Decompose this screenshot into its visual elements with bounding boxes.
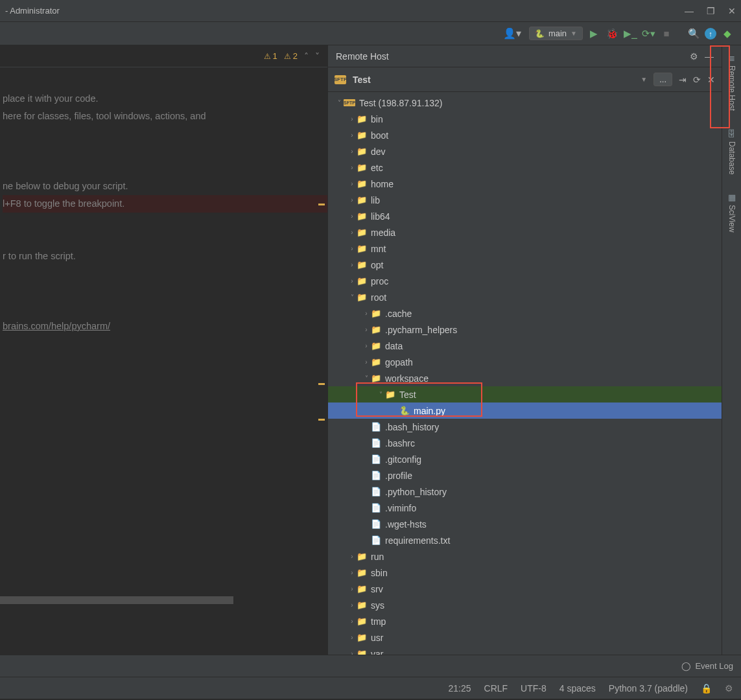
tree-label: .pycharm_helpers: [385, 325, 457, 335]
folder-icon: 📁: [357, 649, 367, 655]
warning-badge-1[interactable]: ⚠1: [264, 51, 277, 61]
chevron-down-icon: ˅: [335, 99, 344, 106]
user-icon[interactable]: 👤▾: [503, 27, 521, 40]
tree-folder[interactable]: ›📁media: [328, 224, 722, 240]
chevron-down-icon[interactable]: ▼: [641, 76, 647, 83]
warning-badge-2[interactable]: ⚠2: [284, 51, 298, 61]
tree-folder[interactable]: ›📁sys: [328, 597, 722, 613]
tree-file-requirements[interactable]: 📄 requirements.txt: [328, 532, 722, 548]
list-icon: ≣: [728, 53, 735, 63]
cursor-position[interactable]: 21:25: [448, 683, 471, 694]
folder-icon: 📁: [371, 341, 381, 351]
profile-button[interactable]: ⟳▾: [641, 28, 655, 40]
interpreter[interactable]: Python 3.7 (paddle): [609, 683, 688, 694]
tree-label: etc: [371, 163, 383, 173]
minimize-button[interactable]: —: [685, 6, 694, 16]
tree-folder[interactable]: ›📁lib: [328, 192, 722, 208]
event-log-button[interactable]: ◯ Event Log: [681, 661, 733, 671]
tree-folder[interactable]: ›📁lib64: [328, 208, 722, 224]
tree-folder[interactable]: ›📁bin: [328, 111, 722, 127]
gutter-mark: [318, 383, 325, 385]
gear-icon[interactable]: ⚙: [690, 51, 698, 62]
line-ending[interactable]: CRLF: [484, 683, 508, 694]
file-tree[interactable]: ˅ SFTP Test (198.87.91.132) ›📁bin›📁boot›…: [328, 92, 722, 655]
tab-remote-host[interactable]: ≣Remote Host: [726, 49, 738, 115]
tree-folder[interactable]: ›📁opt: [328, 257, 722, 273]
browse-button[interactable]: ...: [653, 73, 672, 86]
close-icon[interactable]: ✕: [707, 75, 715, 85]
tree-folder[interactable]: ›📁mnt: [328, 240, 722, 257]
indent[interactable]: 4 spaces: [559, 683, 596, 694]
tree-folder[interactable]: ›📁srv: [328, 581, 722, 597]
code-url[interactable]: brains.com/help/pycharm/: [3, 321, 110, 331]
tree-label: run: [371, 552, 384, 562]
space-button[interactable]: ◆: [720, 28, 735, 40]
tree-folder[interactable]: ›📁tmp: [328, 613, 722, 629]
close-button[interactable]: ✕: [728, 6, 736, 16]
tree-file[interactable]: 📄.bashrc: [328, 435, 722, 451]
chevron-right-icon: ›: [347, 601, 357, 609]
refresh-icon[interactable]: ⟳: [693, 75, 701, 85]
nav-down[interactable]: ˅: [315, 51, 320, 62]
run-config-name: main: [548, 29, 567, 38]
folder-icon: 📁: [371, 309, 381, 318]
collapse-icon[interactable]: ⇥: [679, 75, 687, 85]
tree-folder[interactable]: ›📁.pycharm_helpers: [328, 321, 722, 338]
debug-button[interactable]: 🐞: [605, 28, 619, 40]
tree-label: bin: [371, 114, 383, 124]
tree-file[interactable]: 📄.gitconfig: [328, 451, 722, 467]
tree-folder[interactable]: ›📁run: [328, 548, 722, 565]
tree-folder-workspace[interactable]: ˅ 📁 workspace: [328, 370, 722, 386]
search-button[interactable]: 🔍: [687, 28, 701, 40]
file-icon: 📄: [371, 438, 381, 448]
sftp-icon: SFTP: [344, 99, 355, 106]
tree-folder[interactable]: ›📁proc: [328, 273, 722, 289]
run-button[interactable]: ▶: [587, 28, 601, 40]
warning-icon: ⚠: [264, 52, 271, 61]
upload-button[interactable]: ↑: [705, 28, 716, 40]
tree-folder[interactable]: ›📁usr: [328, 629, 722, 646]
code-editor[interactable]: place it with your code. here for classe…: [0, 67, 327, 353]
lock-icon[interactable]: 🔒: [701, 683, 712, 694]
tree-file[interactable]: 📄.profile: [328, 467, 722, 484]
tree-folder[interactable]: ›📁.cache: [328, 305, 722, 321]
tree-file[interactable]: 📄.python_history: [328, 484, 722, 500]
tree-label: .python_history: [385, 487, 447, 497]
tool-icon[interactable]: ⚙: [725, 683, 733, 694]
tree-label: data: [385, 341, 403, 351]
tree-folder[interactable]: ›📁etc: [328, 159, 722, 176]
chevron-right-icon: ›: [347, 245, 357, 252]
run-configuration-selector[interactable]: 🐍 main ▼: [529, 27, 583, 40]
tree-folder[interactable]: ›📁boot: [328, 127, 722, 143]
horizontal-scrollbar[interactable]: [0, 596, 233, 604]
panel-toolbar: SFTP Test ▼ ... ⇥ ⟳ ✕: [328, 67, 722, 92]
tree-label: .wget-hsts: [385, 519, 427, 530]
folder-icon: 📁: [357, 163, 367, 172]
maximize-button[interactable]: ❐: [707, 6, 715, 16]
status-bar: 21:25 CRLF UTF-8 4 spaces Python 3.7 (pa…: [0, 677, 741, 699]
tree-folder-root[interactable]: ˅ 📁 root: [328, 289, 722, 305]
tree-file[interactable]: 📄.viminfo: [328, 500, 722, 516]
tab-sciview[interactable]: ▦SciView: [726, 189, 738, 236]
encoding[interactable]: UTF-8: [521, 683, 547, 694]
tree-label: proc: [371, 276, 388, 286]
tree-folder-test[interactable]: ˅ 📁 Test: [328, 386, 722, 402]
chevron-right-icon: ›: [347, 164, 357, 171]
tree-folder[interactable]: ›📁sbin: [328, 565, 722, 581]
coverage-button[interactable]: ▶⎯: [623, 28, 637, 40]
tree-file-main[interactable]: 🐍 main.py: [328, 402, 722, 419]
main-toolbar: 👤▾ 🐍 main ▼ ▶ 🐞 ▶⎯ ⟳▾ ■ 🔍 ↑ ◆: [0, 22, 741, 45]
tree-folder[interactable]: ›📁home: [328, 176, 722, 192]
tree-folder[interactable]: ›📁var: [328, 646, 722, 655]
tree-folder[interactable]: ›📁gopath: [328, 354, 722, 370]
chevron-right-icon: ›: [347, 132, 357, 139]
tree-folder[interactable]: ›📁dev: [328, 143, 722, 159]
tree-file[interactable]: 📄.wget-hsts: [328, 516, 722, 532]
tree-folder[interactable]: ›📁data: [328, 338, 722, 354]
nav-up[interactable]: ˄: [304, 51, 309, 62]
minimize-panel-icon[interactable]: —: [705, 51, 714, 62]
tree-file[interactable]: 📄.bash_history: [328, 419, 722, 435]
tree-root[interactable]: ˅ SFTP Test (198.87.91.132): [328, 95, 722, 111]
stop-button[interactable]: ■: [659, 28, 674, 39]
tab-database[interactable]: 🗄Database: [726, 125, 738, 178]
